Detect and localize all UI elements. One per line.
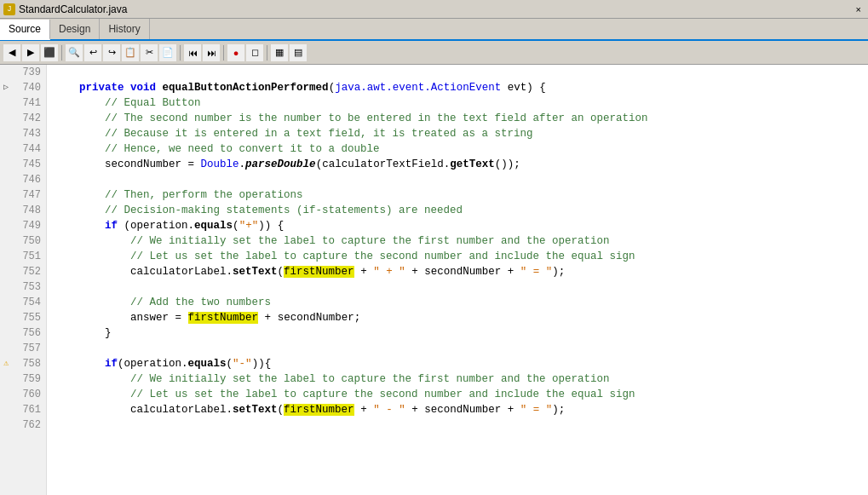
toolbar-forward-btn[interactable]: ▶ [22, 44, 39, 61]
gutter-753: 753 [0, 279, 46, 295]
toolbar-first-btn[interactable]: ⏮ [184, 44, 201, 61]
toolbar-record-btn[interactable]: ● [227, 44, 244, 61]
tab-history-label: History [108, 23, 140, 35]
code-line-741: // Equal Button [47, 95, 868, 111]
gutter-760: 760 [0, 387, 46, 402]
toolbar-grid-btn[interactable]: ▤ [290, 44, 307, 61]
gutter-739: 739 [0, 65, 46, 80]
code-line-740: private void equalButtonActionPerformed(… [47, 80, 868, 95]
close-button[interactable]: × [853, 4, 865, 14]
code-line-749: if (operation.equals("+")) { [47, 218, 868, 233]
code-line-758: if(operation.equals("-")){ [47, 356, 868, 371]
toolbar-last-btn[interactable]: ⏭ [203, 44, 220, 61]
toolbar-sep-3 [223, 45, 224, 60]
toolbar-search-btn[interactable]: 🔍 [66, 44, 83, 61]
code-line-744: // Hence, we need to convert it to a dou… [47, 141, 868, 157]
editor-container: 739 ▷ 740 741 742 743 744 745 746 747 74… [0, 65, 868, 495]
gutter-743: 743 [0, 126, 46, 141]
code-line-743: // Because it is entered in a text field… [47, 126, 868, 141]
gutter-740: ▷ 740 [0, 80, 46, 95]
toolbar-copy-btn[interactable]: 📄 [159, 44, 176, 61]
gutter-747: 747 [0, 187, 46, 203]
gutter-749: 749 [0, 218, 46, 233]
gutter-750: 750 [0, 233, 46, 249]
tab-design[interactable]: Design [50, 19, 100, 39]
code-line-754: // Add the two numbers [47, 295, 868, 310]
code-line-742: // The second number is the number to be… [47, 111, 868, 126]
gutter-757: 757 [0, 341, 46, 356]
gutter-744: 744 [0, 141, 46, 157]
toolbar-back-btn[interactable]: ◀ [3, 44, 20, 61]
toolbar-sep-1 [61, 45, 62, 60]
toolbar: ◀ ▶ ⬛ 🔍 ↩ ↪ 📋 ✂ 📄 ⏮ ⏭ ● ◻ ▦ ▤ [0, 41, 868, 65]
toolbar-chart-btn[interactable]: ▦ [271, 44, 288, 61]
toolbar-sep-4 [267, 45, 267, 60]
title-bar-text: StandardCalculator.java [19, 3, 853, 15]
toolbar-undo-btn[interactable]: ↩ [84, 44, 101, 61]
gutter-742: 742 [0, 111, 46, 126]
gutter-748: 748 [0, 203, 46, 218]
gutter-758: ⚠ 758 [0, 356, 46, 371]
toolbar-sep-2 [180, 45, 181, 60]
toolbar-stop2-btn[interactable]: ◻ [246, 44, 263, 61]
toolbar-stop-btn[interactable]: ⬛ [41, 44, 58, 61]
tab-source[interactable]: Source [0, 20, 50, 40]
gutter-761: 761 [0, 402, 46, 417]
code-line-745: secondNumber = Double.parseDouble(calcul… [47, 157, 868, 172]
code-line-757 [47, 341, 868, 356]
breakpoint-arrow: ▷ [3, 80, 9, 95]
gutter-759: 759 [0, 371, 46, 387]
gutter-745: 745 [0, 157, 46, 172]
code-line-761: calculatorLabel.setText(firstNumber + " … [47, 402, 868, 417]
gutter-755: 755 [0, 310, 46, 325]
tab-history[interactable]: History [100, 19, 149, 39]
code-line-759: // We initially set the label to capture… [47, 371, 868, 387]
warning-icon: ⚠ [3, 356, 9, 371]
gutter-746: 746 [0, 172, 46, 187]
line-number-gutter: 739 ▷ 740 741 742 743 744 745 746 747 74… [0, 65, 47, 495]
gutter-751: 751 [0, 249, 46, 264]
code-line-746 [47, 172, 868, 187]
code-line-753 [47, 279, 868, 295]
code-line-756: } [47, 325, 868, 341]
code-line-747: // Then, perform the operations [47, 187, 868, 203]
code-line-760: // Let us set the label to capture the s… [47, 387, 868, 402]
gutter-756: 756 [0, 325, 46, 341]
code-line-762 [47, 417, 868, 433]
code-line-748: // Decision-making statements (if-statem… [47, 203, 868, 218]
tab-bar: Source Design History [0, 19, 868, 41]
code-line-752: calculatorLabel.setText(firstNumber + " … [47, 264, 868, 279]
file-icon: J [3, 3, 15, 15]
code-area[interactable]: private void equalButtonActionPerformed(… [47, 65, 868, 495]
code-line-750: // We initially set the label to capture… [47, 233, 868, 249]
gutter-741: 741 [0, 95, 46, 111]
code-line-751: // Let us set the label to capture the s… [47, 249, 868, 264]
gutter-752: 752 [0, 264, 46, 279]
toolbar-redo-btn[interactable]: ↪ [103, 44, 120, 61]
toolbar-paste-btn[interactable]: 📋 [122, 44, 139, 61]
tab-design-label: Design [59, 23, 90, 35]
title-bar: J StandardCalculator.java × [0, 0, 868, 19]
gutter-762: 762 [0, 417, 46, 433]
gutter-754: 754 [0, 295, 46, 310]
code-line-739 [47, 65, 868, 80]
code-line-755: answer = firstNumber + secondNumber; [47, 310, 868, 325]
tab-source-label: Source [9, 23, 41, 35]
toolbar-cut-btn[interactable]: ✂ [141, 44, 158, 61]
